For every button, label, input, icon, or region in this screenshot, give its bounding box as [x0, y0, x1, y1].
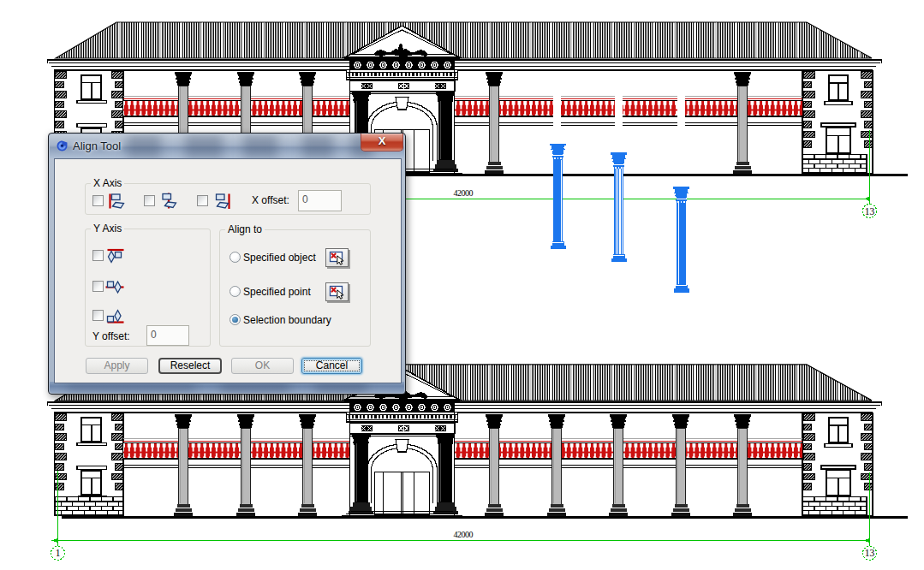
svg-text:1: 1: [56, 548, 61, 558]
svg-text:13: 13: [865, 206, 875, 217]
svg-text:13: 13: [865, 548, 875, 558]
svg-text:42000: 42000: [454, 188, 474, 198]
svg-text:42000: 42000: [454, 530, 474, 539]
